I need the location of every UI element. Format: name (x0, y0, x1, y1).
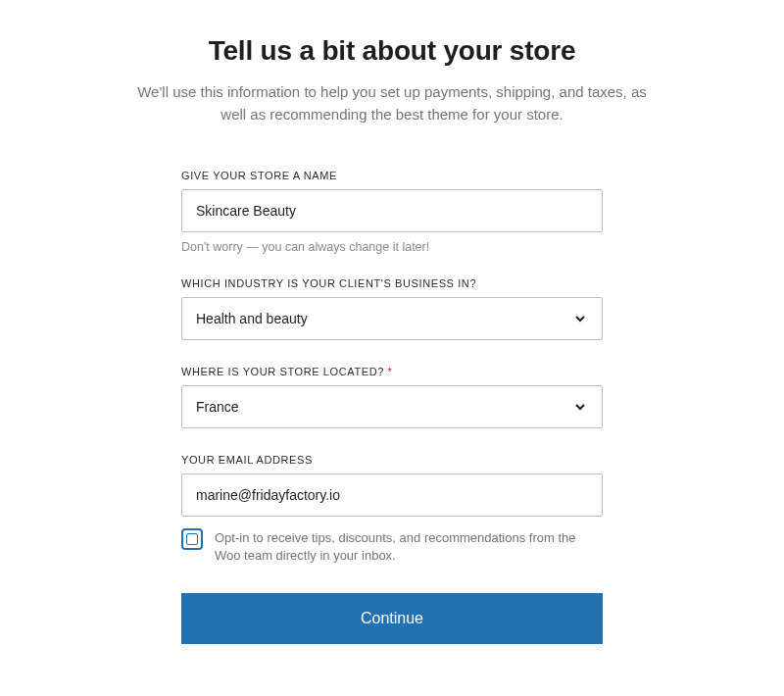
store-name-input[interactable] (181, 189, 603, 232)
location-value: France (196, 399, 239, 415)
form: GIVE YOUR STORE A NAME Don't worry — you… (181, 170, 603, 594)
store-name-label: GIVE YOUR STORE A NAME (181, 170, 603, 181)
chevron-down-icon (572, 399, 588, 415)
location-label-text: WHERE IS YOUR STORE LOCATED? (181, 366, 384, 377)
industry-value: Health and beauty (196, 311, 308, 326)
industry-select[interactable]: Health and beauty (181, 297, 603, 340)
setup-form-container: Tell us a bit about your store We'll use… (0, 0, 784, 644)
chevron-down-icon (572, 311, 588, 326)
page-title: Tell us a bit about your store (209, 35, 576, 67)
continue-button[interactable]: Continue (181, 593, 603, 644)
actions: Continue (181, 593, 603, 644)
optin-label: Opt-in to receive tips, discounts, and r… (215, 528, 603, 567)
store-name-helper: Don't worry — you can always change it l… (181, 240, 603, 254)
optin-checkbox[interactable] (181, 528, 203, 550)
industry-label: WHICH INDUSTRY IS YOUR CLIENT'S BUSINESS… (181, 277, 603, 289)
optin-row: Opt-in to receive tips, discounts, and r… (181, 528, 603, 567)
location-label: WHERE IS YOUR STORE LOCATED? * (181, 366, 603, 377)
email-label: YOUR EMAIL ADDRESS (181, 454, 603, 466)
email-input[interactable] (181, 473, 603, 517)
location-select[interactable]: France (181, 385, 603, 428)
required-mark: * (388, 366, 393, 377)
page-subtitle: We'll use this information to help you s… (127, 80, 657, 126)
